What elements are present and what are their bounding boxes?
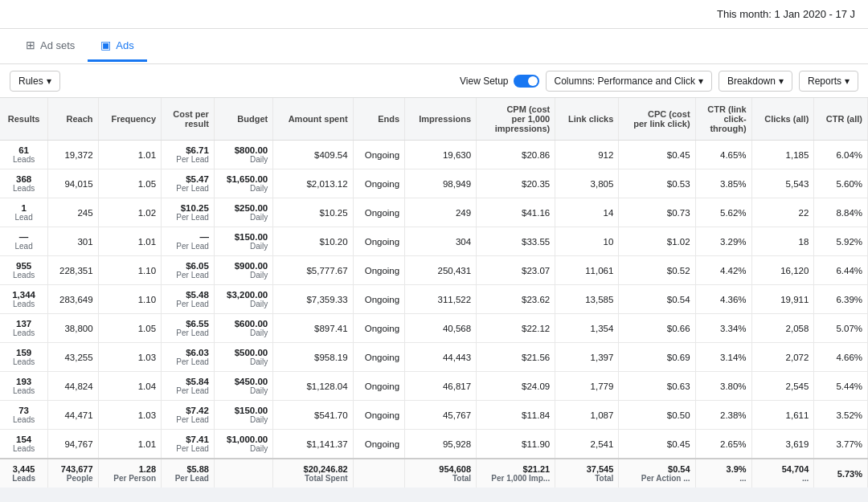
cell-frequency: 1.05 <box>98 314 161 343</box>
cell-budget: $150.00 Daily <box>214 227 272 256</box>
performance-table: Results Reach Frequency Cost perresult B… <box>0 98 868 488</box>
rules-chevron-icon: ▾ <box>47 76 51 87</box>
table-row: 159 Leads 43,255 1.03 $6.03 Per Lead $50… <box>0 343 868 372</box>
cell-link-clicks: 912 <box>555 141 619 169</box>
cell-frequency: 1.05 <box>98 169 161 198</box>
cell-cost-per-result: $6.55 Per Lead <box>162 314 215 343</box>
cell-frequency: 1.02 <box>98 198 161 227</box>
cell-cost-per-result: — Per Lead <box>162 227 215 256</box>
cell-clicks-all: 19,911 <box>751 285 814 314</box>
rules-label: Rules <box>18 76 43 87</box>
cell-impressions: 98,949 <box>405 169 477 198</box>
cell-reach: 245 <box>48 198 98 227</box>
reports-button[interactable]: Reports ▾ <box>799 71 858 92</box>
cell-cpm: $41.16 <box>477 198 555 227</box>
view-setup-toggle[interactable] <box>514 75 539 88</box>
cell-impressions: 250,431 <box>405 256 477 285</box>
table-footer: 3,445 Leads 743,677 People 1.28 Per Pers… <box>0 459 868 488</box>
cell-ctr-all: 5.07% <box>814 314 868 343</box>
cell-frequency: 1.03 <box>98 343 161 372</box>
cell-clicks-all: 3,619 <box>751 430 814 459</box>
cell-reach: 44,824 <box>48 372 98 401</box>
cell-cost-per-result: $10.25 Per Lead <box>162 198 215 227</box>
cell-budget: $1,650.00 Daily <box>214 169 272 198</box>
cell-ctr-all: 4.66% <box>814 343 868 372</box>
cell-amount-spent: $1,128.04 <box>273 372 353 401</box>
table-row: 61 Leads 19,372 1.01 $6.71 Per Lead $800… <box>0 141 868 169</box>
cell-results: 61 Leads <box>0 141 48 169</box>
cell-link-clicks: 1,354 <box>555 314 619 343</box>
cell-ctr-all: 5.92% <box>814 227 868 256</box>
footer-amount-spent: $20,246.82 Total Spent <box>273 459 353 488</box>
cell-results: 955 Leads <box>0 256 48 285</box>
cell-cost-per-result: $5.48 Per Lead <box>162 285 215 314</box>
cell-ctr-link: 4.65% <box>695 141 751 169</box>
cell-cpm: $23.62 <box>477 285 555 314</box>
cell-frequency: 1.04 <box>98 372 161 401</box>
cell-ctr-link: 2.38% <box>695 401 751 430</box>
cell-link-clicks: 1,397 <box>555 343 619 372</box>
cell-cpm: $22.12 <box>477 314 555 343</box>
col-results: Results <box>0 98 48 141</box>
cell-clicks-all: 1,611 <box>751 401 814 430</box>
table-row: 154 Leads 94,767 1.01 $7.41 Per Lead $1,… <box>0 430 868 459</box>
toolbar-left: Rules ▾ <box>10 71 60 92</box>
cell-link-clicks: 11,061 <box>555 256 619 285</box>
cell-ctr-all: 8.84% <box>814 198 868 227</box>
cell-link-clicks: 1,779 <box>555 372 619 401</box>
col-ctr-all: CTR (all) <box>814 98 868 141</box>
cell-ends: Ongoing <box>353 372 405 401</box>
cell-ctr-link: 2.65% <box>695 430 751 459</box>
cell-cpc: $0.45 <box>619 430 695 459</box>
cell-link-clicks: 10 <box>555 227 619 256</box>
col-budget: Budget <box>214 98 272 141</box>
cell-impressions: 304 <box>405 227 477 256</box>
cell-link-clicks: 13,585 <box>555 285 619 314</box>
columns-button[interactable]: Columns: Performance and Click ▾ <box>546 71 712 92</box>
col-impressions: Impressions <box>405 98 477 141</box>
cell-amount-spent: $1,141.37 <box>273 430 353 459</box>
table-row: 955 Leads 228,351 1.10 $6.05 Per Lead $9… <box>0 256 868 285</box>
cell-amount-spent: $10.25 <box>273 198 353 227</box>
cell-budget: $500.00 Daily <box>214 343 272 372</box>
cell-reach: 44,471 <box>48 401 98 430</box>
cell-cpm: $21.56 <box>477 343 555 372</box>
footer-clicks-all: 54,704 ... <box>751 459 814 488</box>
cell-impressions: 249 <box>405 198 477 227</box>
cell-cpm: $11.84 <box>477 401 555 430</box>
cell-budget: $600.00 Daily <box>214 314 272 343</box>
cell-budget: $900.00 Daily <box>214 256 272 285</box>
cell-ctr-link: 3.14% <box>695 343 751 372</box>
footer-ends <box>353 459 405 488</box>
cell-link-clicks: 2,541 <box>555 430 619 459</box>
tab-ad-sets[interactable]: ⊞ Ad sets <box>13 31 88 62</box>
cell-clicks-all: 2,058 <box>751 314 814 343</box>
col-frequency: Frequency <box>98 98 161 141</box>
tab-ads[interactable]: ▣ Ads <box>88 31 146 62</box>
cell-frequency: 1.10 <box>98 285 161 314</box>
footer-link-clicks: 37,545 Total <box>555 459 619 488</box>
table-body: 61 Leads 19,372 1.01 $6.71 Per Lead $800… <box>0 141 868 459</box>
breakdown-chevron-icon: ▾ <box>779 76 784 87</box>
cell-budget: $150.00 Daily <box>214 401 272 430</box>
cell-impressions: 95,928 <box>405 430 477 459</box>
col-ends: Ends <box>353 98 405 141</box>
rules-button[interactable]: Rules ▾ <box>10 71 60 92</box>
cell-impressions: 45,767 <box>405 401 477 430</box>
cell-clicks-all: 16,120 <box>751 256 814 285</box>
cell-impressions: 19,630 <box>405 141 477 169</box>
cell-frequency: 1.01 <box>98 227 161 256</box>
top-bar: This month: 1 Jan 2020 - 17 J <box>0 0 868 29</box>
cell-ctr-link: 5.62% <box>695 198 751 227</box>
cell-ends: Ongoing <box>353 198 405 227</box>
cell-amount-spent: $409.54 <box>273 141 353 169</box>
reports-chevron-icon: ▾ <box>845 76 850 87</box>
cell-amount-spent: $2,013.12 <box>273 169 353 198</box>
cell-clicks-all: 18 <box>751 227 814 256</box>
cell-ctr-all: 6.44% <box>814 256 868 285</box>
table-row: 1 Lead 245 1.02 $10.25 Per Lead $250.00 … <box>0 198 868 227</box>
breakdown-button[interactable]: Breakdown ▾ <box>719 71 792 92</box>
cell-reach: 301 <box>48 227 98 256</box>
cell-cpm: $23.07 <box>477 256 555 285</box>
tab-ad-sets-label: Ad sets <box>40 39 75 51</box>
